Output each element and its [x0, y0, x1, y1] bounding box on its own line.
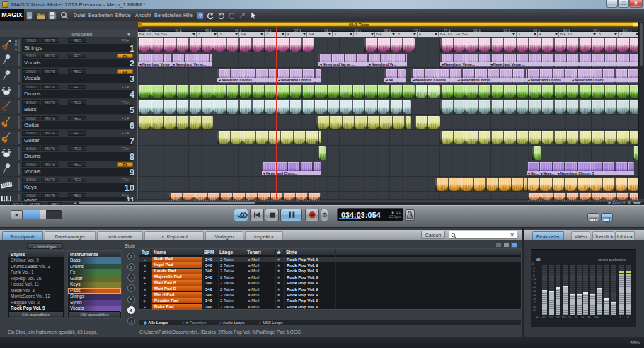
- svg-text:?: ?: [199, 13, 202, 19]
